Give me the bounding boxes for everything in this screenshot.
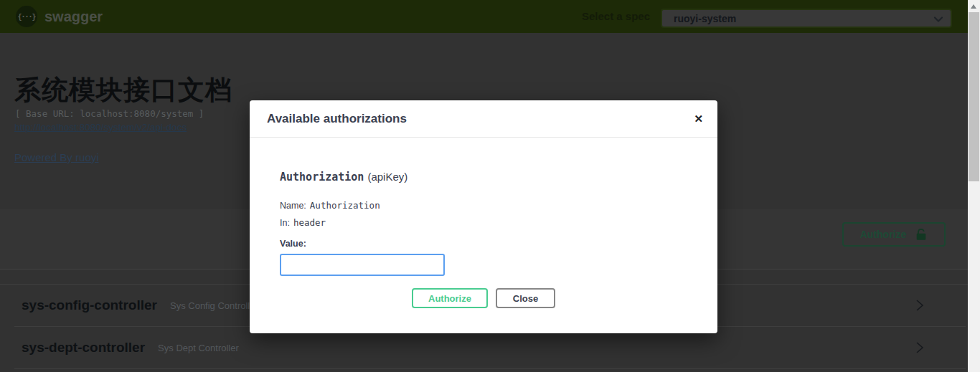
braces-icon: {···} — [17, 13, 35, 21]
close-icon[interactable]: ✕ — [694, 100, 703, 138]
powered-by-link[interactable]: Powered By ruoyi — [14, 151, 99, 163]
unlock-icon — [915, 228, 928, 242]
auth-scheme-type: (apiKey) — [367, 171, 407, 183]
in-label: In: — [280, 218, 290, 228]
modal-title: Available authorizations — [267, 100, 407, 138]
swagger-logo-text: swagger — [44, 9, 103, 25]
vertical-scrollbar[interactable] — [968, 0, 980, 372]
spec-select[interactable]: ruoyi-system — [661, 9, 952, 28]
scrollbar-up-button[interactable] — [968, 0, 980, 12]
tag-description: Sys Dept Controller — [158, 343, 239, 353]
name-label: Name: — [280, 201, 306, 211]
authorize-button[interactable]: Authorize — [842, 222, 946, 247]
chevron-right-icon[interactable] — [914, 299, 925, 312]
auth-value-input[interactable] — [280, 254, 445, 276]
scroll-up-icon — [971, 4, 976, 9]
swagger-logo-icon: {···} — [16, 6, 37, 27]
modal-authorize-button[interactable]: Authorize — [412, 288, 488, 308]
topbar: {···} swagger Select a spec ruoyi-system — [0, 0, 980, 33]
modal-close-button[interactable]: Close — [496, 288, 555, 308]
tag-name: sys-config-controller — [22, 297, 157, 313]
page-title: 系统模块接口文档 — [14, 72, 232, 108]
swagger-logo: {···} swagger — [16, 6, 103, 27]
tag-description: Sys Config Controller — [170, 300, 258, 311]
value-label: Value: — [280, 239, 687, 249]
chevron-down-icon — [933, 14, 943, 24]
select-spec-label: Select a spec — [582, 0, 650, 33]
modal-body: Authorization(apiKey) Name:Authorization… — [250, 138, 717, 308]
auth-name-row: Name:Authorization — [280, 200, 687, 211]
available-authorizations-modal: Available authorizations ✕ Authorization… — [250, 100, 717, 333]
modal-actions: Authorize Close — [280, 288, 687, 308]
in-value: header — [293, 217, 326, 228]
api-docs-link[interactable]: http://localhost:8080/system/v2/api-docs — [14, 122, 187, 133]
spec-select-value: ruoyi-system — [674, 13, 736, 24]
auth-scheme-name: Authorization — [280, 171, 364, 183]
chevron-right-icon[interactable] — [914, 341, 925, 354]
modal-header: Available authorizations ✕ — [250, 100, 717, 138]
auth-scheme-heading: Authorization(apiKey) — [280, 171, 687, 183]
name-value: Authorization — [310, 200, 380, 211]
authorize-button-label: Authorize — [860, 229, 907, 240]
scrollbar-thumb[interactable] — [969, 12, 979, 181]
auth-in-row: In:header — [280, 217, 687, 228]
tag-name: sys-dept-controller — [22, 340, 145, 356]
base-url: [ Base URL: localhost:8080/system ] — [15, 108, 204, 119]
